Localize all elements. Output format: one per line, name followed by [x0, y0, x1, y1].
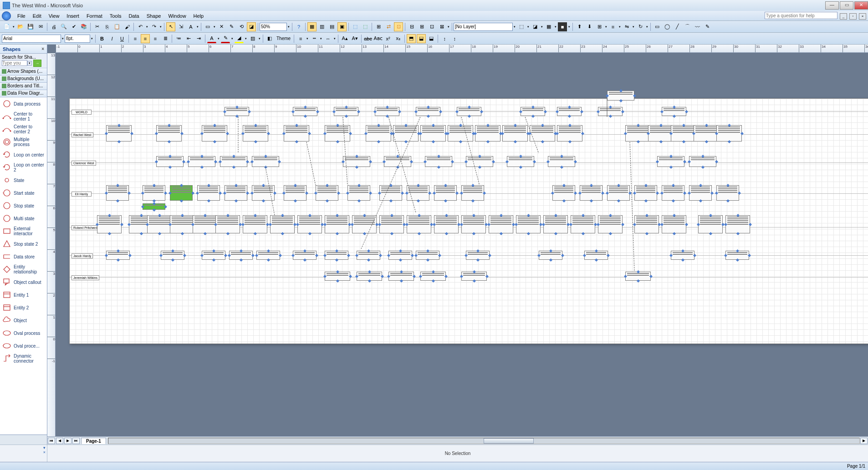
lane-label[interactable]: Clarence West: [71, 161, 96, 166]
new-dropdown[interactable]: ▾: [12, 23, 15, 31]
underline-button[interactable]: U: [117, 34, 127, 43]
process-node[interactable]: [716, 185, 739, 201]
decrease-font-button[interactable]: A▾: [350, 34, 359, 43]
align-shapes-button[interactable]: ▦: [307, 22, 317, 31]
lane-label[interactable]: Rachel West: [71, 132, 93, 137]
text-tool-dropdown[interactable]: ▾: [196, 23, 199, 31]
minimize-button[interactable]: —: [825, 1, 839, 10]
scroll-right-button[interactable]: ▶: [860, 438, 868, 444]
connection-point-button[interactable]: ✕: [217, 22, 226, 31]
horizontal-scrollbar[interactable]: [108, 438, 860, 444]
theme-button[interactable]: ◧: [265, 34, 274, 43]
scroll-thumb[interactable]: [484, 438, 534, 444]
open-button[interactable]: 📂: [16, 22, 25, 31]
shape-arc-button[interactable]: ⌒: [683, 22, 692, 31]
fill-color-dropdown[interactable]: ▾: [244, 35, 248, 43]
process-node[interactable]: [347, 185, 370, 201]
guides-button[interactable]: ⊡: [427, 22, 436, 31]
connector-tool-button[interactable]: ⇲: [176, 22, 185, 31]
print-button[interactable]: 🖨: [49, 22, 58, 31]
ungroup-dropdown[interactable]: ▾: [618, 23, 622, 31]
strikethrough-button[interactable]: abc: [363, 34, 373, 43]
menu-shape[interactable]: Shape: [143, 12, 165, 20]
group-button[interactable]: ⊞: [595, 22, 604, 31]
subscript-button[interactable]: x₂: [393, 34, 403, 43]
align-top-button[interactable]: ⬒: [407, 34, 416, 43]
process-node[interactable]: [407, 185, 429, 201]
increase-indent-button[interactable]: ⇥: [194, 34, 203, 43]
mdi-minimize-button[interactable]: _: [840, 13, 847, 20]
font-size-combo[interactable]: [65, 35, 90, 43]
zoom-combo[interactable]: [260, 23, 287, 31]
process-node[interactable]: [634, 215, 659, 233]
bold-button[interactable]: B: [97, 34, 107, 43]
shape-ellipse-button[interactable]: ◯: [663, 22, 672, 31]
lane-label[interactable]: Roland Pritchard: [71, 225, 99, 230]
group-dropdown[interactable]: ▾: [604, 23, 608, 31]
process-node[interactable]: [461, 215, 486, 233]
process-node[interactable]: [698, 215, 723, 233]
font-size-dropdown[interactable]: ▾: [90, 35, 94, 43]
drawing-tools-dropdown[interactable]: ▾: [213, 23, 216, 31]
line-color-dropdown[interactable]: ▾: [230, 35, 234, 43]
connect-shapes-button[interactable]: ▤: [327, 22, 337, 31]
redo-dropdown[interactable]: ▾: [159, 23, 163, 31]
zoom-dropdown[interactable]: ▾: [287, 23, 291, 31]
shape-item-entity-relationship[interactable]: Entity relationship: [0, 263, 47, 276]
insert-pivot-button[interactable]: ⊞: [374, 22, 383, 31]
font-color-button[interactable]: A: [207, 34, 216, 43]
shapes-search-go-button[interactable]: →: [33, 60, 41, 67]
print-preview-button[interactable]: 🔍: [59, 22, 68, 31]
pointer-tool-button[interactable]: ↖: [166, 22, 175, 31]
stencil-data-flow[interactable]: Data Flow Diagr...: [0, 90, 47, 97]
shape-item-multiple-process[interactable]: Multiple process: [0, 136, 47, 148]
process-node[interactable]: [197, 185, 220, 201]
link-data-button[interactable]: ⬚: [351, 22, 360, 31]
first-page-button[interactable]: ⏮: [48, 438, 55, 444]
process-node[interactable]: [352, 215, 377, 233]
lane-label[interactable]: Jacob Hardy: [71, 253, 93, 258]
layer-combo[interactable]: [454, 23, 513, 31]
line-weight-button[interactable]: ≡: [296, 34, 305, 43]
redo-button[interactable]: ↷: [149, 22, 158, 31]
shape-rect-button[interactable]: ▭: [653, 22, 662, 31]
rotate-button[interactable]: ⟲: [237, 22, 246, 31]
maximize-button[interactable]: ▭: [840, 1, 853, 10]
text-tool-button[interactable]: A: [186, 22, 195, 31]
process-node[interactable]: [393, 125, 419, 142]
process-node[interactable]: [243, 215, 267, 233]
lane-label[interactable]: Eli Hardy: [71, 192, 92, 197]
lane-label[interactable]: Jeremiah Wilkins: [71, 275, 99, 280]
bring-front-button[interactable]: ⬆: [575, 22, 584, 31]
process-node[interactable]: [543, 215, 568, 233]
process-node[interactable]: [170, 185, 193, 201]
auto-connect-button[interactable]: ⇄: [384, 22, 393, 31]
process-node[interactable]: [97, 215, 122, 233]
theme-label[interactable]: Theme: [275, 36, 292, 41]
line-weight-dropdown[interactable]: ▾: [306, 35, 309, 43]
process-node[interactable]: [156, 125, 182, 142]
process-node[interactable]: [325, 215, 349, 233]
shape-item-loop-on-center-2[interactable]: Loop on center 2: [0, 161, 47, 174]
shape-item-entity-2[interactable]: Entity 2: [0, 301, 47, 314]
drawing-page[interactable]: WORLDRachel WestClarence WestEli HardyRo…: [69, 98, 868, 344]
process-node[interactable]: [689, 185, 712, 201]
stencil-arrow-shapes[interactable]: Arrow Shapes (...: [0, 68, 47, 76]
rotate-dropdown[interactable]: ▾: [645, 23, 649, 31]
align-left-button[interactable]: ≡: [131, 34, 140, 43]
snap-button[interactable]: ⊟: [407, 22, 416, 31]
process-node[interactable]: [325, 125, 350, 142]
layer-color-button[interactable]: ◪: [531, 22, 540, 31]
process-node[interactable]: [366, 125, 391, 142]
shape-item-stop-state-2[interactable]: Stop state 2: [0, 238, 47, 250]
office-orb[interactable]: [2, 11, 11, 20]
shape-item-dynamic-connector[interactable]: Dynamic connector: [0, 352, 47, 365]
glue-button[interactable]: ⊡: [394, 22, 403, 31]
shadow-color-button[interactable]: ▨: [248, 34, 257, 43]
new-button[interactable]: 📄: [2, 22, 11, 31]
last-page-button[interactable]: ⏭: [72, 438, 80, 444]
shape-item-multi-state[interactable]: Multi state: [0, 212, 47, 225]
paste-button[interactable]: 📋: [112, 22, 122, 31]
process-node[interactable]: [106, 185, 129, 201]
menu-format[interactable]: Format: [83, 12, 106, 20]
